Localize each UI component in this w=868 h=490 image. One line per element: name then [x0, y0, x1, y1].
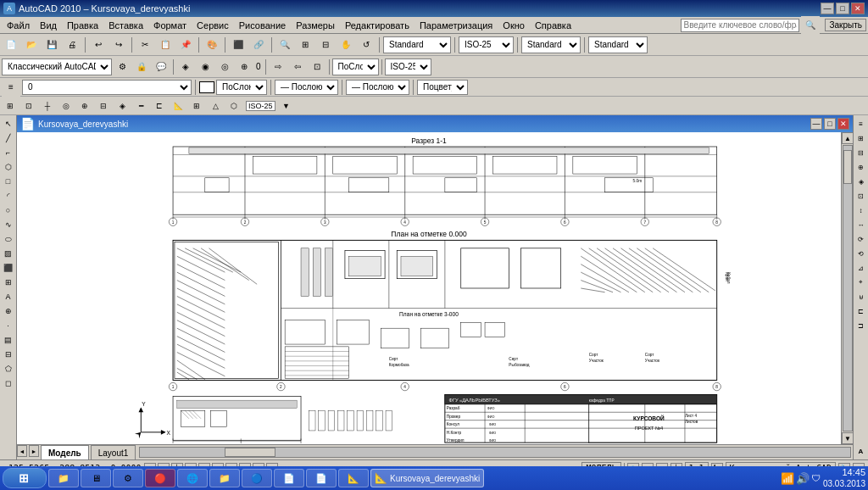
menu-help[interactable]: Справка	[530, 19, 576, 31]
taskbar-app-4[interactable]: 🔴	[145, 469, 175, 487]
scroll-thumb-v[interactable]	[843, 150, 852, 184]
iso-dropdown[interactable]: ISO-25	[459, 36, 514, 53]
tool-line[interactable]: ╱	[2, 131, 15, 145]
plot-button[interactable]: 🖨	[63, 36, 81, 54]
polar-btn[interactable]: ◎	[58, 98, 75, 114]
taskbar-app-9[interactable]: 📄	[306, 469, 337, 487]
menu-insert[interactable]: Вставка	[103, 19, 148, 31]
misc-btn-2[interactable]: ⇦	[288, 58, 307, 76]
menu-file[interactable]: Файл	[2, 19, 35, 31]
minimize-button[interactable]: —	[821, 3, 834, 14]
zoom-in-button[interactable]: 🔍	[275, 36, 294, 54]
horizontal-scrollbar[interactable]	[139, 447, 851, 458]
right-tool-9[interactable]: ⟳	[854, 232, 868, 246]
scroll-down-btn[interactable]: ▼	[842, 432, 853, 444]
taskbar-app-2[interactable]: 🖥	[81, 469, 111, 487]
cut-button[interactable]: ✂	[136, 36, 154, 54]
save-button[interactable]: 💾	[42, 36, 61, 54]
matchprop-button[interactable]: 🎨	[203, 36, 221, 54]
right-tool-6[interactable]: ⊡	[854, 189, 868, 203]
redo-button[interactable]: ↪	[109, 36, 128, 54]
layer-btn-3[interactable]: ◎	[215, 58, 234, 76]
undo-button[interactable]: ↩	[89, 36, 108, 54]
taskbar-app-10[interactable]: 📐	[338, 469, 369, 487]
taskbar-app-7[interactable]: 🔵	[242, 469, 272, 487]
menu-dimensions[interactable]: Размеры	[291, 19, 340, 31]
right-tool-11[interactable]: ⊿	[854, 261, 868, 275]
taskbar-app-6[interactable]: 📁	[209, 469, 240, 487]
tool-text[interactable]: A	[2, 290, 15, 303]
standard2-dropdown[interactable]: Standard	[588, 36, 648, 53]
vp-maximize-btn[interactable]: □	[824, 118, 836, 130]
color-dropdown[interactable]: ПоСлою	[216, 80, 267, 95]
3d-btn[interactable]: ⬡	[225, 98, 242, 114]
lwt-btn[interactable]: ━	[132, 98, 149, 114]
style-dropdown[interactable]: Standard	[383, 36, 451, 53]
right-tool-A[interactable]: A	[854, 444, 868, 458]
right-tool-7[interactable]: ↕	[854, 203, 868, 217]
close-all-button[interactable]: Закрыть	[825, 19, 866, 31]
tool-insert-block[interactable]: ⊕	[2, 304, 15, 318]
menu-parametric[interactable]: Параметризация	[415, 19, 498, 31]
tab-layout1[interactable]: Layout1	[91, 445, 136, 459]
open-button[interactable]: 📂	[22, 36, 41, 54]
menu-window[interactable]: Окно	[498, 19, 530, 31]
right-tool-3[interactable]: ⊟	[854, 146, 868, 159]
right-tool-1[interactable]: ≡	[854, 117, 868, 131]
lineweight-dropdown[interactable]: — Послою	[346, 80, 409, 95]
close-button[interactable]: ✕	[851, 3, 865, 14]
scroll-up-btn[interactable]: ▲	[842, 132, 853, 144]
new-button[interactable]: 📄	[2, 36, 20, 54]
otrack-btn[interactable]: ⊕	[76, 98, 93, 114]
misc-btn-1[interactable]: ⇨	[269, 58, 287, 76]
layer-btn-2[interactable]: ◉	[196, 58, 214, 76]
layer-btn-4[interactable]: ⊕	[235, 58, 253, 76]
linetype-dropdown[interactable]: — Послою	[275, 80, 338, 95]
right-tool-15[interactable]: ⊐	[854, 319, 868, 332]
workspace-btn-1[interactable]: ⚙	[113, 58, 131, 76]
zoom-window-button[interactable]: ⊟	[316, 36, 335, 54]
viewport-scale[interactable]: ПоСлою	[332, 58, 379, 75]
taskbar-app-1[interactable]: 📁	[48, 469, 79, 487]
insert-block-button[interactable]: ⬛	[229, 36, 248, 54]
ts-btn[interactable]: ⊞	[188, 98, 205, 114]
standard1-dropdown[interactable]: Standard	[521, 36, 581, 53]
iso-expand-btn[interactable]: ▼	[279, 98, 294, 114]
menu-view[interactable]: Вид	[35, 19, 62, 31]
tool-arc[interactable]: ◜	[2, 189, 15, 203]
right-tool-8[interactable]: ↔	[854, 218, 868, 231]
iso2-dropdown[interactable]: ISO-25	[385, 58, 431, 75]
tool-polygon[interactable]: ⬡	[2, 160, 15, 174]
layer-props-btn[interactable]: ≡	[2, 78, 20, 97]
workspace-btn-2[interactable]: 🔒	[132, 58, 151, 76]
scroll-thumb-h[interactable]	[225, 448, 275, 457]
orbit-button[interactable]: ↺	[357, 36, 376, 54]
menu-modify[interactable]: Редактировать	[340, 19, 415, 31]
tool-table[interactable]: ⊞	[2, 276, 15, 289]
ortho-btn[interactable]: ┼	[39, 98, 56, 114]
layer-btn-1[interactable]: ◈	[176, 58, 195, 76]
tab-next-btn[interactable]: ►	[29, 445, 39, 457]
menu-draw[interactable]: Рисование	[234, 19, 291, 31]
osnap-btn[interactable]: ⊡	[20, 98, 37, 114]
workspace-dropdown[interactable]: Классический AutoCAD	[2, 58, 112, 75]
right-tool-14[interactable]: ⊏	[854, 304, 868, 318]
right-tool-13[interactable]: ⊎	[854, 290, 868, 303]
tool-polyline[interactable]: ⌐	[2, 146, 15, 159]
tool-ellipse[interactable]: ⬭	[2, 232, 15, 246]
vp-close-btn[interactable]: ✕	[837, 118, 849, 130]
search-input[interactable]	[681, 19, 799, 32]
maximize-button[interactable]: □	[836, 3, 849, 14]
taskbar-app-3[interactable]: ⚙	[113, 469, 143, 487]
tp-btn[interactable]: △	[207, 98, 224, 114]
search-button[interactable]: 🔍	[801, 16, 820, 35]
tool-gradient[interactable]: ▤	[2, 333, 15, 347]
tool-wipeout[interactable]: ◻	[2, 376, 15, 390]
qp-btn[interactable]: ⊏	[151, 98, 168, 114]
tool-3d[interactable]: ⬠	[2, 362, 15, 376]
menu-format[interactable]: Формат	[148, 19, 192, 31]
start-button[interactable]: ⊞	[3, 468, 47, 488]
right-tool-4[interactable]: ⊕	[854, 160, 868, 174]
tool-rect[interactable]: □	[2, 175, 15, 188]
clock-area[interactable]: 14:45 03.03.2013	[823, 467, 865, 488]
